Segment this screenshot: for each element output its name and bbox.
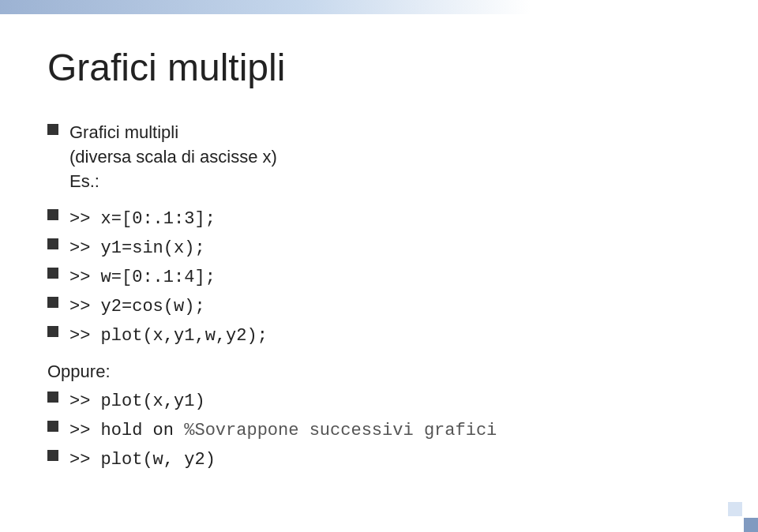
intro-bullet-item: Grafici multipli (diversa scala di ascis…: [47, 121, 711, 193]
oppure-line-1: >> plot(x,y1): [47, 388, 711, 414]
oppure-code-text: >> plot(x,y1): [69, 388, 205, 414]
code-line-1: >> x=[0:.1:3];: [47, 206, 711, 232]
oppure-line-2: >> hold on %Sovrappone successivi grafic…: [47, 418, 711, 444]
code-line-5: >> plot(x,y1,w,y2);: [47, 323, 711, 349]
bullet-square-icon: [47, 297, 58, 308]
top-decoration-bar: [0, 0, 758, 14]
oppure-line-3: >> plot(w, y2): [47, 447, 711, 473]
bullet-square-icon: [47, 124, 58, 135]
oppure-section: >> plot(x,y1) >> hold on %Sovrappone suc…: [47, 388, 711, 473]
bullet-square-icon: [47, 268, 58, 279]
code-text: >> w=[0:.1:4];: [69, 264, 216, 290]
bullet-square-icon: [47, 392, 58, 403]
code-text: >> y2=cos(w);: [69, 294, 205, 320]
intro-text: Grafici multipli (diversa scala di ascis…: [69, 121, 277, 193]
intro-section: Grafici multipli (diversa scala di ascis…: [47, 121, 711, 193]
bottom-square-2: [744, 518, 758, 532]
bullet-square-icon: [47, 238, 58, 249]
oppure-code-text: >> hold on %Sovrappone successivi grafic…: [69, 418, 497, 444]
code-text: >> x=[0:.1:3];: [69, 206, 216, 232]
code-line-3: >> w=[0:.1:4];: [47, 264, 711, 290]
bottom-decoration: [711, 485, 758, 532]
code-line-2: >> y1=sin(x);: [47, 235, 711, 261]
page-title: Grafici multipli: [47, 46, 711, 89]
oppure-label: Oppure:: [47, 362, 711, 382]
comment-text: %Sovrappone successivi grafici: [174, 421, 497, 440]
bullet-square-icon: [47, 209, 58, 220]
code-part: >> plot(x,y1): [69, 392, 205, 411]
oppure-code-text: >> plot(w, y2): [69, 447, 216, 473]
code-text: >> plot(x,y1,w,y2);: [69, 323, 268, 349]
bottom-square-1: [728, 502, 742, 516]
code-text: >> y1=sin(x);: [69, 235, 205, 261]
code-line-4: >> y2=cos(w);: [47, 294, 711, 320]
code-part: >> plot(w, y2): [69, 450, 216, 470]
code-part: >> hold on: [69, 421, 174, 440]
bullet-square-icon: [47, 421, 58, 432]
bullet-square-icon: [47, 450, 58, 461]
bullet-square-icon: [47, 326, 58, 337]
code-section: >> x=[0:.1:3]; >> y1=sin(x); >> w=[0:.1:…: [47, 206, 711, 349]
